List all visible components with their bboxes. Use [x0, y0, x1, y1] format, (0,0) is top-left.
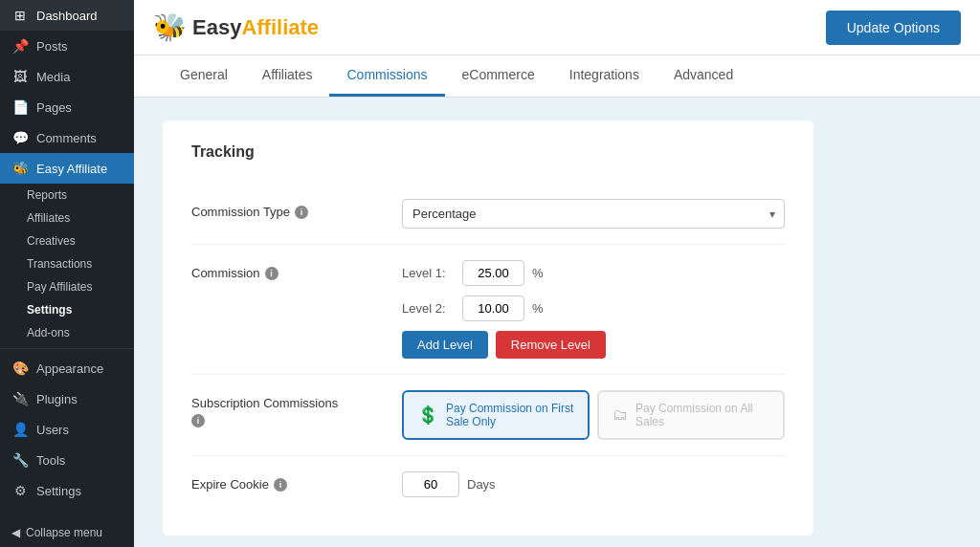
logo: 🐝 EasyAffiliate	[153, 11, 319, 43]
bee-icon: 🐝	[153, 11, 187, 43]
expire-cookie-control: Days	[402, 471, 785, 497]
tracking-card: Tracking Commission Type i PercentageFla…	[163, 120, 813, 536]
sidebar-item-plugins[interactable]: 🔌 Plugins	[0, 383, 134, 414]
sub-option-all-sales[interactable]: 🗂 Pay Commission on All Sales	[597, 390, 785, 440]
sidebar-sub-creatives[interactable]: Creatives	[0, 230, 134, 252]
commission-level-1: Level 1: %	[402, 260, 785, 286]
dashboard-icon: ⊞	[11, 8, 29, 23]
content-area: Tracking Commission Type i PercentageFla…	[134, 98, 980, 547]
tab-ecommerce[interactable]: eCommerce	[445, 55, 552, 97]
sub-option2-label: Pay Commission on All Sales	[635, 402, 769, 428]
sidebar-item-label: Tools	[36, 453, 65, 468]
sidebar-item-label: Plugins	[36, 392, 78, 406]
level1-input[interactable]	[462, 260, 524, 286]
commission-type-row: Commission Type i PercentageFlat Rate ▾	[191, 184, 785, 245]
plugins-icon: 🔌	[11, 391, 29, 406]
sidebar-item-label: Comments	[36, 131, 97, 145]
sidebar-item-label: Appearance	[36, 361, 103, 376]
subscription-control: 💲 Pay Commission on First Sale Only 🗂 Pa…	[402, 390, 785, 440]
tab-commissions[interactable]: Commissions	[329, 55, 444, 97]
sidebar-item-settings-wp[interactable]: ⚙ Settings	[0, 475, 134, 506]
media-icon: 🖼	[11, 69, 29, 84]
sidebar-item-appearance[interactable]: 🎨 Appearance	[0, 353, 134, 383]
sidebar-sub-affiliates[interactable]: Affiliates	[0, 207, 134, 230]
sidebar-item-label: Dashboard	[36, 9, 98, 23]
sidebar-item-label: Media	[36, 70, 70, 84]
tabs-bar: General Affiliates Commissions eCommerce…	[134, 55, 980, 98]
sidebar-item-media[interactable]: 🖼 Media	[0, 61, 134, 92]
easy-affiliate-icon: 🐝	[11, 161, 29, 176]
commission-row: Commission i Level 1: % Level 2: %	[191, 245, 785, 375]
commission-info-icon[interactable]: i	[265, 267, 278, 280]
collapse-menu[interactable]: ◀ Collapse menu	[0, 518, 134, 547]
cookie-unit: Days	[467, 477, 496, 492]
commission-type-label: Commission Type i	[191, 199, 402, 219]
sidebar-submenu: Reports Affiliates Creatives Transaction…	[0, 184, 134, 344]
cookie-input[interactable]	[402, 471, 459, 497]
subscription-commissions-row: Subscription Commissions i 💲 Pay Commiss…	[191, 375, 785, 456]
sub-option-first-sale[interactable]: 💲 Pay Commission on First Sale Only	[402, 390, 590, 440]
commission-control: Level 1: % Level 2: % Add Level Remove L…	[402, 260, 785, 359]
level1-label: Level 1:	[402, 266, 455, 280]
logo-affiliate: Affiliate	[241, 15, 319, 39]
sidebar-item-easy-affiliate[interactable]: 🐝 Easy Affiliate	[0, 153, 134, 184]
comments-icon: 💬	[11, 130, 29, 145]
sub-toggle: 💲 Pay Commission on First Sale Only 🗂 Pa…	[402, 390, 785, 440]
tab-affiliates[interactable]: Affiliates	[245, 55, 330, 97]
commission-btn-group: Add Level Remove Level	[402, 331, 785, 359]
sidebar: ⊞ Dashboard 📌 Posts 🖼 Media 📄 Pages 💬 Co…	[0, 0, 134, 547]
sidebar-sub-pay-affiliates[interactable]: Pay Affiliates	[0, 275, 134, 298]
sidebar-item-dashboard[interactable]: ⊞ Dashboard	[0, 0, 134, 31]
tab-advanced[interactable]: Advanced	[657, 55, 750, 97]
pages-icon: 📄	[11, 99, 29, 115]
logo-text: EasyAffiliate	[192, 15, 319, 40]
expire-cookie-label: Expire Cookie i	[191, 471, 402, 492]
remove-level-button[interactable]: Remove Level	[496, 331, 606, 359]
commission-type-control: PercentageFlat Rate ▾	[402, 199, 785, 229]
tab-general[interactable]: General	[163, 55, 245, 97]
commission-type-select[interactable]: PercentageFlat Rate	[402, 199, 785, 229]
sub-option1-label: Pay Commission on First Sale Only	[446, 402, 574, 428]
header: 🐝 EasyAffiliate Update Options	[134, 0, 980, 55]
sidebar-sub-settings[interactable]: Settings	[0, 298, 134, 321]
cookie-group: Days	[402, 471, 785, 497]
sidebar-item-comments[interactable]: 💬 Comments	[0, 122, 134, 153]
level2-input[interactable]	[462, 295, 524, 321]
sidebar-item-users[interactable]: 👤 Users	[0, 414, 134, 445]
stack-icon: 🗂	[612, 406, 628, 424]
subscription-commissions-label: Subscription Commissions i	[191, 390, 402, 427]
tab-integrations[interactable]: Integrations	[552, 55, 657, 97]
sidebar-sub-transactions[interactable]: Transactions	[0, 252, 134, 275]
dollar-icon: 💲	[417, 405, 438, 426]
appearance-icon: 🎨	[11, 361, 29, 376]
commission-label: Commission i	[191, 260, 402, 280]
tools-icon: 🔧	[11, 452, 29, 468]
settings-wp-icon: ⚙	[11, 483, 29, 498]
sidebar-item-pages[interactable]: 📄 Pages	[0, 92, 134, 122]
sidebar-item-tools[interactable]: 🔧 Tools	[0, 445, 134, 475]
sidebar-item-posts[interactable]: 📌 Posts	[0, 31, 134, 61]
logo-easy: Easy	[192, 15, 241, 39]
expire-cookie-row: Expire Cookie i Days	[191, 456, 785, 513]
expire-cookie-info-icon[interactable]: i	[274, 478, 287, 492]
sub-label-group: Subscription Commissions i	[191, 396, 338, 427]
level2-label: Level 2:	[402, 301, 455, 316]
level1-unit: %	[532, 266, 544, 280]
sidebar-item-label: Easy Affiliate	[36, 162, 107, 176]
add-level-button[interactable]: Add Level	[402, 331, 488, 359]
commission-level-2: Level 2: %	[402, 295, 785, 321]
sidebar-sub-addons[interactable]: Add-ons	[0, 321, 134, 344]
update-options-button[interactable]: Update Options	[826, 11, 961, 45]
main-area: 🐝 EasyAffiliate Update Options General A…	[134, 0, 980, 547]
sidebar-item-label: Pages	[36, 100, 72, 115]
sidebar-item-label: Posts	[36, 39, 68, 54]
commission-type-info-icon[interactable]: i	[295, 206, 308, 219]
subscription-info-icon[interactable]: i	[191, 414, 205, 427]
commission-type-select-wrapper: PercentageFlat Rate ▾	[402, 199, 785, 229]
users-icon: 👤	[11, 422, 29, 437]
sidebar-item-label: Users	[36, 423, 69, 437]
sidebar-sub-reports[interactable]: Reports	[0, 184, 134, 207]
level2-unit: %	[532, 301, 544, 316]
sidebar-item-label: Settings	[36, 484, 81, 498]
collapse-label: Collapse menu	[26, 526, 102, 539]
